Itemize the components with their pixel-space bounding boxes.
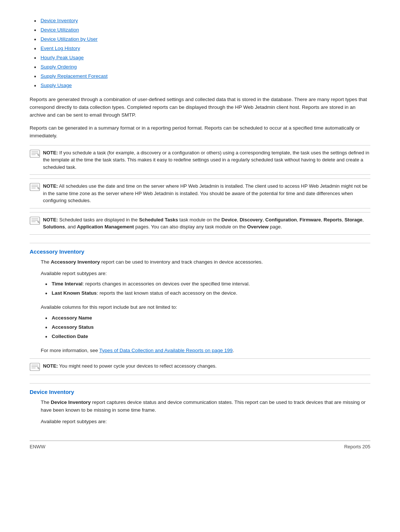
device-inventory-link[interactable]: Device Inventory xyxy=(41,18,78,23)
device-inventory-heading: Device Inventory xyxy=(30,383,370,395)
list-item: Time Interval: reports changes in access… xyxy=(41,281,370,288)
note-1-label: NOTE: xyxy=(43,150,58,155)
list-item: Supply Usage xyxy=(30,83,370,89)
note-2-label: NOTE: xyxy=(43,183,58,189)
note-icon-3: ✎ xyxy=(30,217,40,225)
note-2-text: All schedules use the date and time on t… xyxy=(43,183,367,203)
report-type-list: Device Inventory Device Utilization Devi… xyxy=(30,18,370,89)
note-2: ✎ NOTE: All schedules use the date and t… xyxy=(30,178,370,208)
note-icon-1: ✎ xyxy=(30,150,40,158)
accessory-inventory-bold: Accessory Inventory xyxy=(51,259,100,265)
list-item: Supply Ordering xyxy=(30,64,370,71)
accessory-inventory-p3: Available columns for this report includ… xyxy=(41,304,370,311)
list-item: Supply Replacement Forecast xyxy=(30,73,370,80)
accessory-inventory-body: The Accessory Inventory report can be us… xyxy=(30,258,370,355)
note-icon-4: ✎ xyxy=(30,363,40,371)
footer-right: Reports 205 xyxy=(344,444,370,449)
subtype-2: Last Known Status: reports the last know… xyxy=(52,290,237,296)
supply-ordering-link[interactable]: Supply Ordering xyxy=(41,64,77,70)
intro-paragraph-1: Reports are generated through a combinat… xyxy=(30,96,370,119)
note-3: ✎ NOTE: Scheduled tasks are displayed in… xyxy=(30,212,370,235)
column-3: Collection Date xyxy=(52,334,88,339)
note-3-content: NOTE: Scheduled tasks are displayed in t… xyxy=(43,216,370,231)
note-3-label: NOTE: xyxy=(43,217,58,222)
columns-list: Accessory Name Accessory Status Collecti… xyxy=(41,315,370,340)
hourly-peak-usage-link[interactable]: Hourly Peak Usage xyxy=(41,55,84,60)
device-inventory-p1: The Device Inventory report captures dev… xyxy=(41,399,370,414)
svg-text:✎: ✎ xyxy=(37,220,40,224)
list-item: Device Inventory xyxy=(30,18,370,24)
note-2-content: NOTE: All schedules use the date and tim… xyxy=(43,183,370,204)
device-inventory-body: The Device Inventory report captures dev… xyxy=(30,399,370,426)
accessory-inventory-p4: For more information, see Types of Data … xyxy=(41,347,370,355)
supply-usage-link[interactable]: Supply Usage xyxy=(41,83,72,88)
device-utilization-link[interactable]: Device Utilization xyxy=(41,27,79,33)
subtype-list: Time Interval: reports changes in access… xyxy=(41,281,370,297)
svg-text:✎: ✎ xyxy=(37,187,40,190)
svg-text:✎: ✎ xyxy=(37,367,40,370)
note-1: ✎ NOTE: If you schedule a task (for exam… xyxy=(30,145,370,175)
list-item: Last Known Status: reports the last know… xyxy=(41,290,370,297)
accessory-inventory-p2: Available report subtypes are: xyxy=(41,270,370,278)
page-content: Device Inventory Device Utilization Devi… xyxy=(0,0,400,472)
device-inventory-bold: Device Inventory xyxy=(51,399,91,405)
subtype-1: Time Interval: reports changes in access… xyxy=(52,281,250,287)
note-icon-2: ✎ xyxy=(30,183,40,191)
list-item: Hourly Peak Usage xyxy=(30,55,370,61)
device-inventory-p2: Available report subtypes are: xyxy=(41,418,370,426)
note-4-text: You might need to power cycle your devic… xyxy=(59,363,217,369)
supply-replacement-forecast-link[interactable]: Supply Replacement Forecast xyxy=(41,73,108,79)
note-4: ✎ NOTE: You might need to power cycle yo… xyxy=(30,358,370,375)
page-footer: ENWW Reports 205 xyxy=(30,441,370,449)
accessory-inventory-p1-suffix: report can be used to inventory and trac… xyxy=(100,259,263,265)
note-3-text: Scheduled tasks are displayed in the Sch… xyxy=(43,217,364,230)
list-item: Collection Date xyxy=(41,334,370,340)
note-1-content: NOTE: If you schedule a task (for exampl… xyxy=(43,149,370,171)
footer-left: ENWW xyxy=(30,444,46,449)
note-1-text: If you schedule a task (for example, a d… xyxy=(43,150,369,170)
device-utilization-by-user-link[interactable]: Device Utilization by User xyxy=(41,36,98,42)
column-2: Accessory Status xyxy=(52,324,94,330)
list-item: Device Utilization by User xyxy=(30,36,370,43)
column-1: Accessory Name xyxy=(52,315,92,321)
accessory-inventory-p1: The Accessory Inventory report can be us… xyxy=(41,258,370,266)
list-item: Device Utilization xyxy=(30,27,370,34)
data-collection-link[interactable]: Types of Data Collection and Available R… xyxy=(99,348,233,353)
list-item: Accessory Name xyxy=(41,315,370,322)
note-4-content: NOTE: You might need to power cycle your… xyxy=(43,362,370,370)
event-log-history-link[interactable]: Event Log History xyxy=(41,46,80,51)
accessory-inventory-heading: Accessory Inventory xyxy=(30,243,370,255)
list-item: Accessory Status xyxy=(41,324,370,331)
svg-text:✎: ✎ xyxy=(37,153,40,157)
list-item: Event Log History xyxy=(30,46,370,52)
intro-paragraph-2: Reports can be generated in a summary fo… xyxy=(30,124,370,140)
note-4-label: NOTE: xyxy=(43,363,58,369)
